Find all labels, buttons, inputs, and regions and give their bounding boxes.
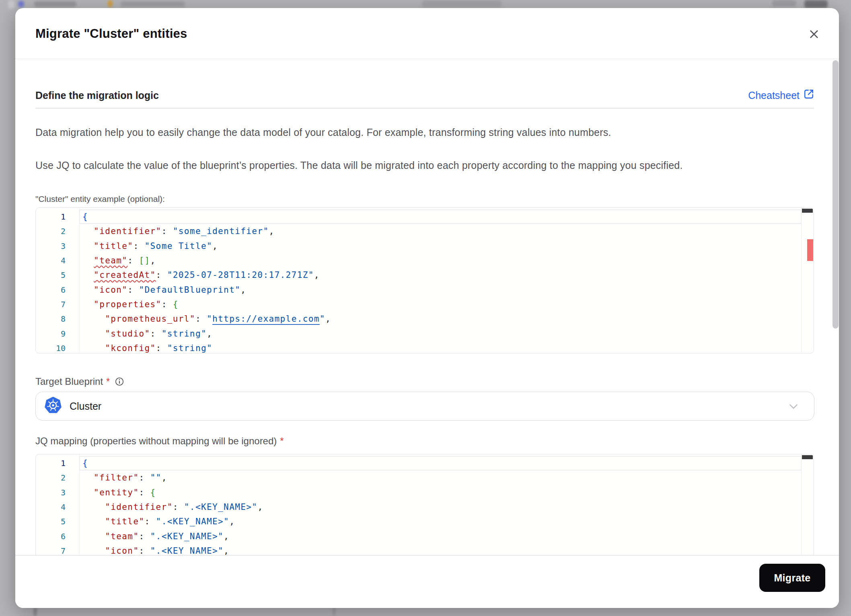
backdrop-bottom-line-1: [34, 607, 37, 616]
code-line-content: {: [79, 456, 802, 470]
code-line-content: "entity": {: [79, 485, 802, 500]
code-line-content: "identifier": "some_identifier",: [79, 224, 802, 238]
jq-mapping-code-editor[interactable]: 1{2 "filter": "",3 "entity": {4 "identif…: [35, 454, 814, 555]
code-line[interactable]: 8 "prometheus_url": "https://example.com…: [36, 312, 814, 326]
required-asterisk: *: [280, 435, 284, 447]
migrate-button[interactable]: Migrate: [759, 564, 825, 592]
line-number: 1: [36, 212, 79, 222]
dialog-scrollbar-thumb[interactable]: [832, 60, 839, 329]
code-line[interactable]: 5 "title": ".<KEY_NAME>",: [36, 514, 814, 529]
line-number: 9: [36, 329, 79, 339]
code-line-content: "title": ".<KEY_NAME>",: [79, 514, 802, 529]
code-line-content: "properties": {: [79, 297, 802, 312]
backdrop-sidebar-edge: [8, 0, 14, 9]
chevron-down-icon: [788, 402, 799, 412]
line-number: 10: [36, 343, 79, 353]
code-line[interactable]: 9 "studio": "string",: [36, 326, 814, 341]
line-number: 1: [36, 458, 79, 468]
entity-example-code-editor[interactable]: 1{2 "identifier": "some_identifier",3 "t…: [35, 207, 814, 353]
editor-scrollbar-thumb[interactable]: [802, 455, 813, 459]
backdrop-right-dark: [804, 0, 828, 8]
info-icon[interactable]: [115, 377, 124, 386]
target-blueprint-select[interactable]: Cluster: [35, 392, 814, 421]
code-line[interactable]: 1{: [36, 209, 814, 224]
external-link-icon: [804, 89, 814, 102]
backdrop-text-mid: [121, 1, 185, 7]
backdrop-text-left: [34, 1, 76, 7]
code-line[interactable]: 5 "createdAt": "2025-07-28T11:20:17.271Z…: [36, 268, 814, 282]
entity-example-label: "Cluster" entity example (optional):: [35, 194, 165, 204]
code-line[interactable]: 7 "icon": ".<KEY_NAME>",: [36, 544, 814, 555]
code-line-content: "team": ".<KEY_NAME>",: [79, 529, 802, 543]
line-number: 8: [36, 314, 79, 324]
cheatsheet-link[interactable]: Cheatsheet: [748, 89, 814, 102]
code-line[interactable]: 3 "title": "Some Title",: [36, 239, 814, 253]
target-blueprint-value: Cluster: [70, 400, 101, 412]
cheatsheet-label: Cheatsheet: [748, 90, 800, 101]
close-button[interactable]: [808, 29, 820, 41]
line-number: 6: [36, 285, 79, 295]
code-line-content: "createdAt": "2025-07-28T11:20:17.271Z",: [79, 268, 802, 282]
line-number: 7: [36, 300, 79, 309]
code-line[interactable]: 3 "entity": {: [36, 485, 814, 500]
code-line-content: {: [79, 209, 802, 224]
target-blueprint-label: Target Blueprint*: [35, 376, 124, 387]
code-line-content: "icon": "DefaultBlueprint",: [79, 282, 802, 297]
code-line[interactable]: 10 "kconfig": "string": [36, 341, 814, 353]
code-line-content: "studio": "string",: [79, 326, 802, 341]
dialog-header: Migrate "Cluster" entities: [15, 8, 839, 59]
backdrop-search-pill: [421, 0, 502, 7]
backdrop-app-icon-blue: [18, 1, 24, 7]
code-line[interactable]: 4 "identifier": ".<KEY_NAME>",: [36, 500, 814, 514]
kubernetes-icon: [45, 397, 62, 415]
description-paragraph-1: Data migration help you to easily change…: [35, 127, 820, 138]
code-line[interactable]: 6 "team": ".<KEY_NAME>",: [36, 529, 814, 543]
line-number: 7: [36, 546, 79, 555]
line-number: 5: [36, 270, 79, 280]
line-number: 4: [36, 502, 79, 512]
dialog-body: Define the migration logic Cheatsheet Da…: [15, 59, 839, 555]
backdrop-bottom-line-2: [333, 607, 335, 616]
section-divider: [35, 108, 814, 109]
backdrop-right-icons: [772, 0, 796, 6]
backdrop-app-icon-yellow: [108, 0, 113, 7]
line-number: 6: [36, 532, 79, 541]
code-line-content: "prometheus_url": "https://example.com",: [79, 312, 802, 326]
editor-error-marker: [807, 239, 813, 261]
code-line-content: "kconfig": "string": [79, 341, 802, 353]
line-number: 2: [36, 226, 79, 236]
line-number: 4: [36, 256, 79, 265]
jq-mapping-label: JQ mapping (properties without mapping w…: [35, 435, 284, 447]
required-asterisk: *: [106, 376, 110, 387]
line-number: 5: [36, 517, 79, 526]
code-line-content: "filter": "",: [79, 470, 802, 485]
code-line-content: "identifier": ".<KEY_NAME>",: [79, 500, 802, 514]
description-paragraph-2: Use JQ to calculate the value of the blu…: [35, 160, 820, 171]
code-line[interactable]: 4 "team": [],: [36, 253, 814, 268]
code-line-content: "team": [],: [79, 253, 802, 268]
section-heading: Define the migration logic: [35, 90, 159, 101]
code-line[interactable]: 6 "icon": "DefaultBlueprint",: [36, 282, 814, 297]
code-line[interactable]: 2 "filter": "",: [36, 470, 814, 485]
code-line[interactable]: 1{: [36, 456, 814, 470]
code-line[interactable]: 7 "properties": {: [36, 297, 814, 312]
code-line-content: "icon": ".<KEY_NAME>",: [79, 544, 802, 555]
editor-scrollbar-thumb[interactable]: [802, 209, 813, 213]
close-icon: [808, 28, 820, 42]
line-number: 2: [36, 473, 79, 483]
dialog-title: Migrate "Cluster" entities: [35, 8, 187, 59]
migrate-entities-dialog: Migrate "Cluster" entities Define the mi…: [15, 8, 839, 608]
dialog-footer: Migrate: [15, 555, 839, 608]
code-line[interactable]: 2 "identifier": "some_identifier",: [36, 224, 814, 238]
line-number: 3: [36, 488, 79, 497]
code-line-content: "title": "Some Title",: [79, 239, 802, 253]
line-number: 3: [36, 241, 79, 251]
